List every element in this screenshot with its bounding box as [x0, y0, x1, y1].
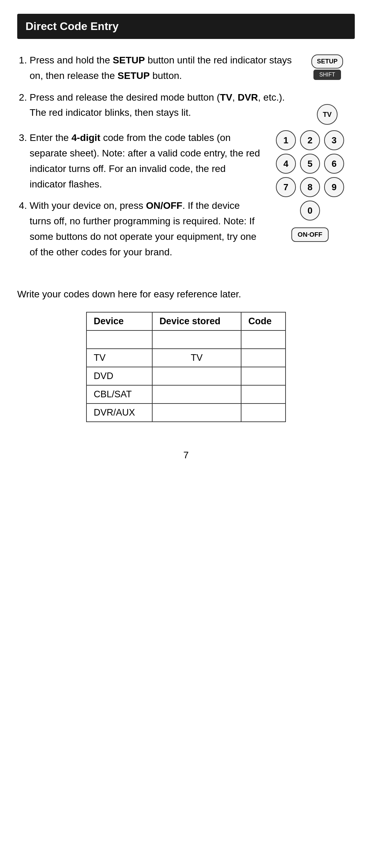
num-btn-6: 6 — [324, 154, 344, 174]
numpad: 1 2 3 4 5 6 7 8 9 0 — [276, 130, 344, 221]
code-cell-empty — [241, 330, 286, 349]
num-btn-8: 8 — [300, 177, 320, 197]
table-row: DVD — [86, 367, 286, 385]
setup-label: SETUP — [311, 54, 343, 69]
steps-1-2-text: Press and hold the SETUP button until th… — [17, 53, 300, 127]
code-cell-tv — [241, 349, 286, 367]
stored-cell-dvr — [152, 404, 241, 422]
code-cell-dvd — [241, 367, 286, 385]
col-header-device: Device — [86, 312, 152, 330]
on-off-button: ON·OFF — [291, 227, 329, 242]
page-title: Direct Code Entry — [25, 20, 118, 32]
shift-label: SHIFT — [313, 70, 341, 80]
numpad-row-1: 1 2 3 — [276, 130, 344, 150]
num-btn-1: 1 — [276, 130, 296, 150]
device-cell-empty — [86, 330, 152, 349]
numpad-row-3: 7 8 9 — [276, 177, 344, 197]
num-btn-2: 2 — [300, 130, 320, 150]
numpad-row-2: 4 5 6 — [276, 154, 344, 174]
table-row: CBL/SAT — [86, 385, 286, 404]
num-btn-0: 0 — [300, 201, 320, 221]
table-row: DVR/AUX — [86, 404, 286, 422]
instructions-list: Press and hold the SETUP button until th… — [17, 53, 300, 121]
tv-button-icon: TV — [317, 104, 338, 125]
num-btn-3: 3 — [324, 130, 344, 150]
num-btn-7: 7 — [276, 177, 296, 197]
step-3: Enter the 4-digit code from the code tab… — [30, 130, 262, 192]
step-4: With your device on, press ON/OFF. If th… — [30, 198, 262, 260]
setup-button-icon: SETUP SHIFT — [311, 54, 343, 80]
num-btn-4: 4 — [276, 154, 296, 174]
reference-intro: Write your codes down here for easy refe… — [17, 287, 355, 302]
code-cell-cbl — [241, 385, 286, 404]
reference-table: Device Device stored Code TV TV DVD — [86, 312, 286, 422]
col-header-code: Code — [241, 312, 286, 330]
upper-icons: SETUP SHIFT TV — [300, 53, 355, 127]
stored-cell-tv: TV — [152, 349, 241, 367]
table-header-row: Device Device stored Code — [86, 312, 286, 330]
reference-section: Write your codes down here for easy refe… — [17, 287, 355, 422]
tv-label: TV — [323, 111, 332, 119]
stored-cell-empty — [152, 330, 241, 349]
header-bar: Direct Code Entry — [17, 14, 355, 39]
num-btn-9: 9 — [324, 177, 344, 197]
device-cell-cbl: CBL/SAT — [86, 385, 152, 404]
instructions-list-lower: Enter the 4-digit code from the code tab… — [17, 130, 262, 260]
device-cell-dvr: DVR/AUX — [86, 404, 152, 422]
lower-section: Enter the 4-digit code from the code tab… — [17, 130, 355, 266]
table-row: TV TV — [86, 349, 286, 367]
device-cell-tv: TV — [86, 349, 152, 367]
num-btn-5: 5 — [300, 154, 320, 174]
page-number: 7 — [17, 450, 355, 461]
numpad-row-0: 0 — [300, 201, 320, 221]
stored-cell-cbl — [152, 385, 241, 404]
step-1: Press and hold the SETUP button until th… — [30, 53, 300, 84]
code-cell-dvr — [241, 404, 286, 422]
lower-right-icons: 1 2 3 4 5 6 7 8 9 0 ON·OFF — [265, 130, 355, 242]
upper-section: Press and hold the SETUP button until th… — [17, 53, 355, 127]
step-2: Press and release the desired mode butto… — [30, 90, 300, 121]
table-row — [86, 330, 286, 349]
stored-cell-dvd — [152, 367, 241, 385]
col-header-stored: Device stored — [152, 312, 241, 330]
device-cell-dvd: DVD — [86, 367, 152, 385]
steps-3-4-text: Enter the 4-digit code from the code tab… — [17, 130, 265, 266]
